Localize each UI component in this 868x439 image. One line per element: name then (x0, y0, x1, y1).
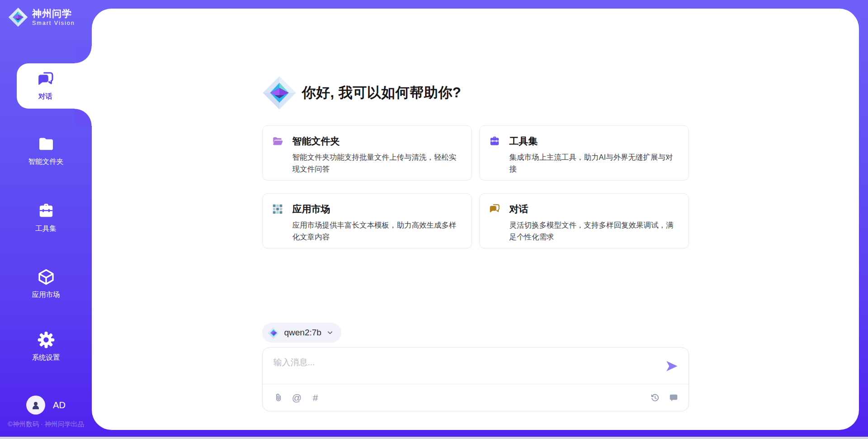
card-title: 应用市场 (292, 203, 330, 215)
folder-icon (37, 135, 55, 153)
card-smart-folder[interactable]: 智能文件夹 智能文件夹功能支持批量文件上传与清洗，轻松实现文件问答 (262, 125, 472, 181)
user-initials: AD (53, 400, 66, 410)
message-input[interactable] (263, 348, 689, 383)
briefcase-icon (37, 202, 55, 220)
model-name: qwen2:7b (284, 328, 321, 338)
chat-bubble-button[interactable] (668, 392, 679, 404)
person-icon (30, 399, 42, 411)
card-title: 工具集 (509, 135, 538, 148)
sidebar-item-chat[interactable]: 对话 (17, 63, 92, 109)
sidebar-item-app-market[interactable]: 应用市场 (0, 268, 92, 311)
model-selector[interactable]: qwen2:7b (262, 323, 341, 343)
user-row[interactable]: AD (0, 395, 92, 415)
greeting-text: 你好, 我可以如何帮助你? (302, 83, 462, 102)
card-description: 灵活切换多模型文件，支持多样回复效果调试，满足个性化需求 (509, 220, 679, 243)
chat-icon (489, 203, 500, 215)
composer-toolbar: @ # (263, 384, 689, 411)
briefcase-icon (489, 135, 500, 147)
brand-title: 神州问学 (32, 8, 75, 19)
card-head: 工具集 (489, 135, 679, 148)
sidebar-item-toolset[interactable]: 工具集 (0, 202, 92, 245)
brand: 神州问学 Smart Vision (8, 7, 75, 27)
main-content: 你好, 我可以如何帮助你? 智能文件夹 智能文件夹功能支持批量文件上传与清洗，轻… (262, 72, 689, 411)
card-description: 智能文件夹功能支持批量文件上传与清洗，轻松实现文件问答 (292, 152, 462, 175)
sidebar: 神州问学 Smart Vision 对话 智能文件夹 工具集 (0, 0, 92, 439)
send-icon (665, 359, 679, 373)
sidebar-item-label: 系统设置 (32, 353, 60, 363)
chat-bubble-icon (669, 393, 679, 403)
toolbar-right (649, 392, 679, 404)
hash-icon[interactable]: # (310, 392, 321, 404)
composer: @ # (262, 347, 689, 411)
avatar (26, 396, 45, 415)
sidebar-item-smart-folder[interactable]: 智能文件夹 (0, 135, 92, 178)
card-app-market[interactable]: 应用市场 应用市场提供丰富长文本模板，助力高效生成多样化文章内容 (262, 193, 472, 248)
card-chat[interactable]: 对话 灵活切换多模型文件，支持多样回复效果调试，满足个性化需求 (479, 193, 689, 248)
folder-open-icon (272, 135, 283, 147)
card-toolset[interactable]: 工具集 集成市场上主流工具，助力AI与外界无缝扩展与对接 (479, 125, 689, 181)
toolbar-left: @ # (273, 392, 321, 404)
sidebar-footer: ©神州数码 · 神州问学出品 (0, 420, 92, 429)
history-button[interactable] (649, 392, 661, 404)
logo-diamond-icon (262, 76, 297, 110)
logo-diamond-icon (268, 327, 280, 339)
welcome-header: 你好, 我可以如何帮助你? (262, 72, 689, 114)
sidebar-item-label: 工具集 (35, 224, 57, 234)
history-icon (650, 393, 660, 403)
chevron-down-icon (326, 329, 334, 337)
card-title: 对话 (509, 203, 528, 215)
horizontal-scrollbar[interactable] (0, 437, 868, 439)
send-button[interactable] (664, 358, 679, 374)
card-head: 智能文件夹 (272, 135, 462, 148)
card-title: 智能文件夹 (292, 135, 340, 148)
gear-icon (37, 331, 55, 349)
sidebar-item-label: 对话 (38, 92, 52, 101)
paperclip-icon (274, 393, 283, 403)
shortcut-cards: 智能文件夹 智能文件夹功能支持批量文件上传与清洗，轻松实现文件问答 工具集 集成… (262, 125, 689, 248)
card-description: 应用市场提供丰富长文本模板，助力高效生成多样化文章内容 (292, 220, 462, 243)
attach-file-button[interactable] (273, 392, 284, 404)
brand-text: 神州问学 Smart Vision (32, 8, 75, 26)
card-head: 对话 (489, 203, 679, 215)
card-description: 集成市场上主流工具，助力AI与外界无缝扩展与对接 (509, 152, 679, 175)
at-icon[interactable]: @ (291, 392, 303, 404)
chat-icon (37, 71, 55, 89)
brand-subtitle: Smart Vision (32, 20, 75, 26)
sidebar-item-chat-inner: 对话 (17, 63, 74, 109)
sidebar-item-label: 应用市场 (32, 290, 60, 300)
grid-icon (272, 203, 283, 215)
main-panel: 你好, 我可以如何帮助你? 智能文件夹 智能文件夹功能支持批量文件上传与清洗，轻… (92, 9, 859, 430)
cube-icon (37, 268, 55, 286)
card-head: 应用市场 (272, 203, 462, 215)
sidebar-item-label: 智能文件夹 (28, 157, 64, 167)
sidebar-item-settings[interactable]: 系统设置 (0, 331, 92, 374)
brand-logo-icon (8, 7, 28, 27)
